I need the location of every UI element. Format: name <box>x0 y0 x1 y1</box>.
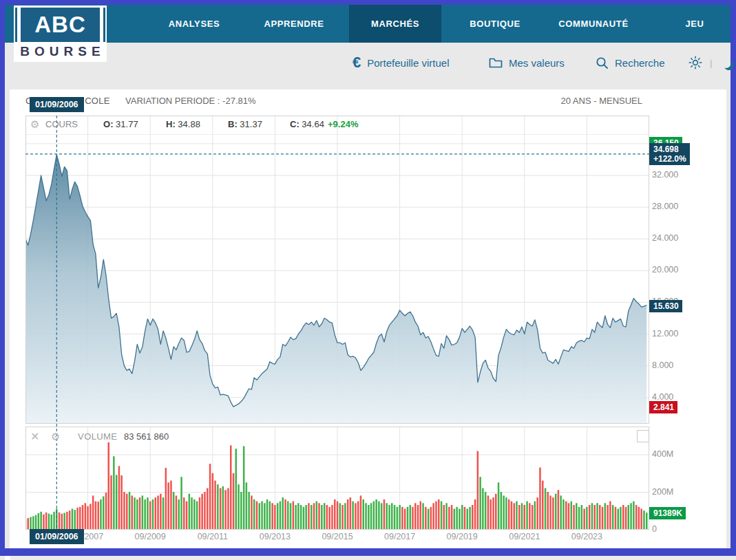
variation-period: VARIATION PERIODE : -27.81% <box>125 96 256 106</box>
top-navbar: ANALYSES APPRENDRE MARCHÉS BOUTIQUE COMM… <box>5 5 730 43</box>
tab-apprendre[interactable]: APPRENDRE <box>264 5 324 43</box>
high-label: H <box>166 119 178 129</box>
low-price-badge: 2.841 <box>649 401 677 413</box>
crosshair-percent: +122.0% <box>653 154 686 164</box>
date-axis-tick: 09/2023 <box>571 532 602 541</box>
date-axis-tick: 09/2011 <box>198 532 228 541</box>
last-volume-badge: 91389K <box>649 507 686 519</box>
volume-value: 83 561 860 <box>124 431 169 442</box>
tab-marches[interactable]: MARCHÉS <box>349 5 441 43</box>
date-axis-tick: 09/2013 <box>260 532 291 541</box>
bottom-border-bar <box>0 548 736 556</box>
euro-icon: € <box>353 55 361 70</box>
price-axis-tick: 4.000 <box>652 392 673 402</box>
date-axis-tick: 09/2019 <box>447 532 478 541</box>
period-selector[interactable]: 20 ANS - MENSUEL <box>561 96 643 106</box>
tab-communaute[interactable]: COMMUNAUTÉ <box>558 5 628 43</box>
theme-separator: | <box>710 58 712 68</box>
abc-bourse-logo[interactable]: ABC BOURSE <box>14 6 107 62</box>
crosshair-date-tooltip-bottom: 01/09/2006 <box>30 529 84 544</box>
open-value: 31.77 <box>116 119 138 129</box>
date-axis-tick: 09/2017 <box>384 532 415 541</box>
search-icon <box>596 56 609 69</box>
volume-header-row: ✕ ⚙ VOLUME 83 561 860 <box>30 430 169 445</box>
tab-jeu[interactable]: JEU <box>685 5 704 43</box>
my-values-button[interactable]: Mes valeurs <box>489 43 565 83</box>
month-change-percent: +9.24% <box>328 119 358 129</box>
logo-abc-box: ABC <box>15 8 105 42</box>
volume-label: VOLUME <box>78 431 117 442</box>
volume-settings-gear-icon[interactable]: ⚙ <box>51 431 60 443</box>
price-axis-tick: 8.000 <box>652 360 673 370</box>
next-section-card-edge <box>5 556 10 560</box>
volume-close-icon[interactable]: ✕ <box>30 430 39 443</box>
low-label: B <box>228 119 240 129</box>
ohlc-header-row: ⚙ COURS O31.77 H34.88 B31.37 C34.64 +9.2… <box>26 116 649 135</box>
crosshair-price: 34.698 <box>653 144 686 154</box>
portfolio-button[interactable]: € Portefeuille virtuel <box>353 43 449 83</box>
folder-icon <box>489 57 503 69</box>
last-price-badge: 15.630 <box>649 300 682 312</box>
date-axis-tick: 09/2021 <box>509 532 540 541</box>
volume-pane-checkbox[interactable] <box>637 430 649 442</box>
price-volume-chart[interactable] <box>25 116 649 530</box>
high-value: 34.88 <box>178 119 200 129</box>
moon-icon[interactable] <box>721 58 731 68</box>
date-axis-tick: 09/2015 <box>322 532 353 541</box>
price-axis-tick: 32.000 <box>652 170 678 180</box>
sun-icon[interactable] <box>688 56 702 69</box>
low-value: 31.37 <box>240 119 262 129</box>
next-section-strip <box>0 556 736 560</box>
crosshair-date-tooltip-top: 01/09/2006 <box>30 97 84 112</box>
tab-boutique[interactable]: BOUTIQUE <box>470 5 520 43</box>
price-axis-tick: 24.000 <box>652 233 678 243</box>
my-values-label: Mes valeurs <box>509 57 565 69</box>
theme-toggle: | <box>688 43 731 83</box>
close-value: 34.64 <box>302 119 324 129</box>
logo-bourse-text: BOURSE <box>14 44 107 59</box>
crosshair-price-badge: 34.698+122.0% <box>649 143 690 165</box>
search-label: Recherche <box>615 57 665 69</box>
series-label: COURS <box>45 119 78 129</box>
cours-settings-gear-icon[interactable]: ⚙ <box>30 118 39 131</box>
price-axis-tick: 20.000 <box>652 265 678 274</box>
tab-analyses[interactable]: ANALYSES <box>169 5 220 43</box>
search-button[interactable]: Recherche <box>596 43 665 83</box>
close-label: C <box>290 119 302 129</box>
price-axis-tick: 12.000 <box>652 329 678 338</box>
portfolio-label: Portefeuille virtuel <box>367 57 449 69</box>
chart-title-row: CREDIT AGRICOLE VARIATION PERIODE : -27.… <box>25 96 726 109</box>
chart-svg <box>25 116 649 530</box>
chart-card: CREDIT AGRICOLE VARIATION PERIODE : -27.… <box>10 89 726 548</box>
volume-axis-tick: 200M <box>652 487 673 497</box>
date-axis-tick: 09/2009 <box>135 532 166 541</box>
open-label: O <box>103 119 116 129</box>
volume-axis-tick: 0 <box>652 524 657 534</box>
price-axis-tick: 28.000 <box>652 202 678 211</box>
volume-axis-tick: 400M <box>652 449 673 459</box>
